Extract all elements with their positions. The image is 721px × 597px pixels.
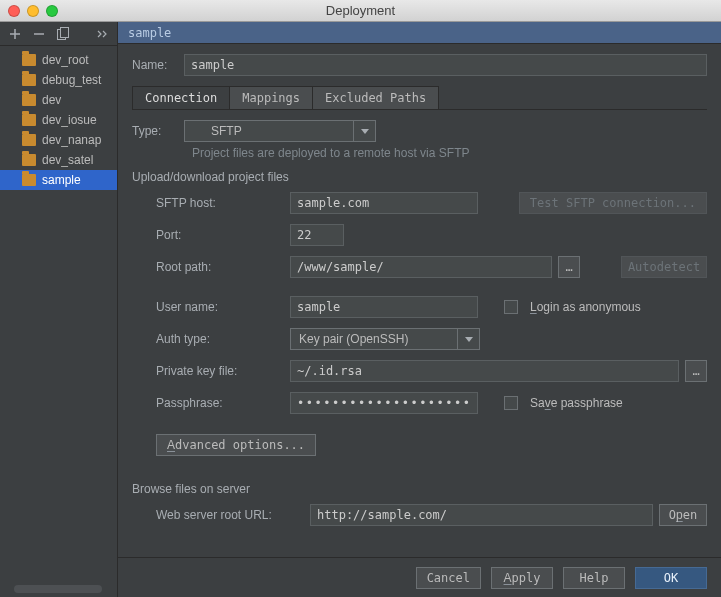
- folder-icon: [22, 54, 36, 66]
- type-select[interactable]: SFTP: [184, 120, 376, 142]
- tab-connection[interactable]: Connection: [132, 86, 230, 109]
- tree-item[interactable]: dev: [0, 90, 117, 110]
- folder-icon: [22, 94, 36, 106]
- save-passphrase-label: Save passphrase: [530, 396, 623, 410]
- tree-item-label: dev_iosue: [42, 113, 97, 127]
- folder-icon: [22, 114, 36, 126]
- folder-icon: [22, 74, 36, 86]
- tree-item[interactable]: dev_nanap: [0, 130, 117, 150]
- web-url-input[interactable]: [310, 504, 653, 526]
- port-label: Port:: [156, 228, 284, 242]
- group-upload-label: Upload/download project files: [132, 170, 707, 184]
- tree-item[interactable]: dev_satel: [0, 150, 117, 170]
- name-label: Name:: [132, 58, 174, 72]
- add-icon[interactable]: [8, 27, 22, 41]
- svg-rect-1: [61, 27, 69, 37]
- root-path-label: Root path:: [156, 260, 284, 274]
- name-input[interactable]: [184, 54, 707, 76]
- sidebar: dev_root debug_test dev dev_iosue dev_na…: [0, 22, 118, 597]
- username-label: User name:: [156, 300, 284, 314]
- private-key-browse-button[interactable]: …: [685, 360, 707, 382]
- chevron-down-icon: [354, 120, 376, 142]
- anonymous-label: Login as anonymous: [530, 300, 641, 314]
- save-passphrase-checkbox[interactable]: [504, 396, 518, 410]
- root-path-input[interactable]: [290, 256, 552, 278]
- tree-item[interactable]: dev_iosue: [0, 110, 117, 130]
- tree-item[interactable]: dev_root: [0, 50, 117, 70]
- remove-icon[interactable]: [32, 27, 46, 41]
- tree-item-label: dev: [42, 93, 61, 107]
- window-title: Deployment: [0, 3, 721, 18]
- type-value: SFTP: [211, 124, 242, 138]
- type-label: Type:: [132, 124, 174, 138]
- auth-type-select[interactable]: Key pair (OpenSSH): [290, 328, 480, 350]
- titlebar: Deployment: [0, 0, 721, 22]
- tab-excluded[interactable]: Excluded Paths: [312, 86, 439, 109]
- content-header: sample: [118, 22, 721, 44]
- anonymous-checkbox[interactable]: [504, 300, 518, 314]
- horizontal-scrollbar[interactable]: [14, 585, 102, 593]
- host-input[interactable]: [290, 192, 478, 214]
- cancel-button[interactable]: Cancel: [416, 567, 481, 589]
- private-key-input[interactable]: [290, 360, 679, 382]
- test-connection-button[interactable]: Test SFTP connection...: [519, 192, 707, 214]
- host-label: SFTP host:: [156, 196, 284, 210]
- tabs: Connection Mappings Excluded Paths: [132, 86, 707, 110]
- tree-item-label: dev_satel: [42, 153, 93, 167]
- advanced-options-button[interactable]: Advanced options...: [156, 434, 316, 456]
- group-browse-label: Browse files on server: [132, 482, 707, 496]
- autodetect-button[interactable]: Autodetect: [621, 256, 707, 278]
- auth-type-label: Auth type:: [156, 332, 284, 346]
- dialog-footer: Cancel Apply Help OK: [118, 557, 721, 597]
- port-input[interactable]: [290, 224, 344, 246]
- passphrase-input[interactable]: [290, 392, 478, 414]
- tree-item[interactable]: debug_test: [0, 70, 117, 90]
- private-key-label: Private key file:: [156, 364, 284, 378]
- tree-item-label: dev_nanap: [42, 133, 101, 147]
- chevron-right-icon[interactable]: [95, 27, 109, 41]
- apply-button[interactable]: Apply: [491, 567, 553, 589]
- help-button[interactable]: Help: [563, 567, 625, 589]
- tree-item-label: debug_test: [42, 73, 101, 87]
- tree-item[interactable]: sample: [0, 170, 117, 190]
- passphrase-label: Passphrase:: [156, 396, 284, 410]
- type-hint: Project files are deployed to a remote h…: [192, 146, 707, 160]
- chevron-down-icon: [458, 328, 480, 350]
- folder-icon: [22, 134, 36, 146]
- web-url-label: Web server root URL:: [156, 508, 304, 522]
- server-tree: dev_root debug_test dev dev_iosue dev_na…: [0, 46, 117, 190]
- tree-item-label: dev_root: [42, 53, 89, 67]
- username-input[interactable]: [290, 296, 478, 318]
- sidebar-toolbar: [0, 22, 117, 46]
- root-path-browse-button[interactable]: …: [558, 256, 580, 278]
- ok-button[interactable]: OK: [635, 567, 707, 589]
- folder-icon: [22, 174, 36, 186]
- tree-item-label: sample: [42, 173, 81, 187]
- folder-icon: [193, 126, 205, 136]
- copy-icon[interactable]: [56, 27, 70, 41]
- open-url-button[interactable]: Open: [659, 504, 707, 526]
- auth-type-value: Key pair (OpenSSH): [299, 332, 408, 346]
- tab-mappings[interactable]: Mappings: [229, 86, 313, 109]
- folder-icon: [22, 154, 36, 166]
